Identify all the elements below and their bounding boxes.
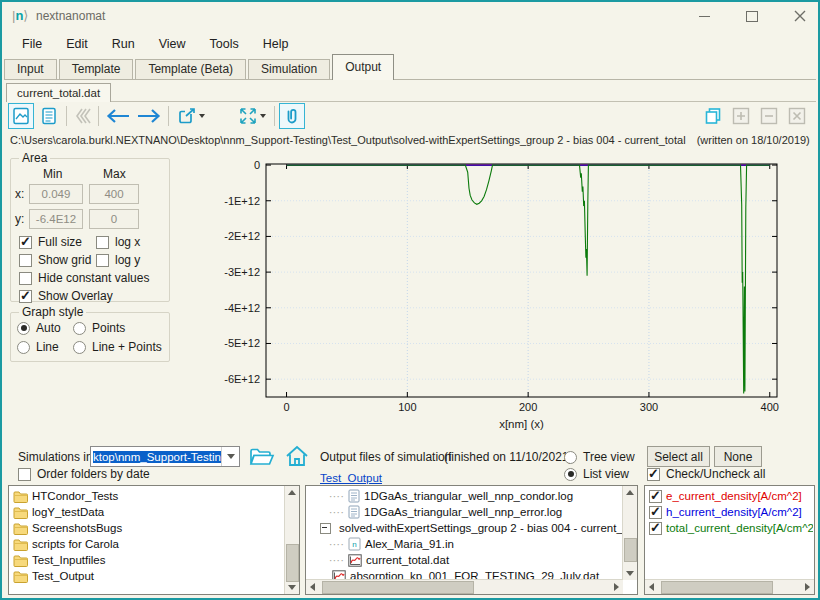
folder-row[interactable]: ScreenshotsBugs (9, 520, 284, 536)
folder-row[interactable]: Test_Inputfiles (9, 552, 284, 568)
tree-row[interactable]: ····1DGaAs_triangular_well_nnp_condor.lo… (306, 488, 622, 504)
scroll-up-arrow[interactable] (288, 490, 296, 495)
overlay-layers-button[interactable] (70, 103, 96, 129)
check-all-label: Check/Uncheck all (666, 467, 765, 481)
folder-name: Test_Inputfiles (32, 554, 106, 566)
show-overlay-checkbox[interactable]: Show Overlay (19, 289, 113, 303)
fit-to-window-button[interactable] (234, 103, 270, 129)
show-grid-checkbox[interactable]: Show grid (19, 253, 91, 267)
folder-row[interactable]: logY_testData (9, 504, 284, 520)
log-y-checkbox[interactable]: log y (96, 253, 140, 267)
select-all-button[interactable]: Select all (647, 446, 710, 467)
folder-icon (13, 570, 28, 583)
max-header: Max (103, 167, 126, 181)
tree-row[interactable]: ····nAlex_Maria_91.in (306, 536, 622, 552)
folder-row[interactable]: scripts for Carola (9, 536, 284, 552)
tree-row[interactable]: ····1DGaAs_triangular_well_nnp_error.log (306, 504, 622, 520)
combobox-dropdown-arrow[interactable] (221, 447, 239, 466)
series-row[interactable]: h_current_density[A/cm^2] (645, 504, 813, 520)
menu-view[interactable]: View (147, 34, 198, 54)
menu-tools[interactable]: Tools (198, 34, 251, 54)
graph-style-line-radio[interactable]: Line (17, 340, 59, 354)
series-row[interactable]: e_current_density[A/cm^2] (645, 488, 813, 504)
x-max-input[interactable]: 400 (89, 184, 139, 204)
series-horizontal-scrollbar[interactable] (645, 579, 814, 594)
folder-row[interactable]: HTCondor_Tests (9, 488, 284, 504)
none-button[interactable]: None (714, 446, 762, 467)
plot-canvas[interactable]: 01002003004000-1E+12-2E+12-3E+12-4E+12-5… (172, 148, 820, 442)
text-view-button[interactable] (36, 103, 62, 129)
series-scroll-left-arrow[interactable] (649, 583, 654, 591)
menu-help[interactable]: Help (251, 34, 301, 54)
tree-scroll-thumb[interactable] (624, 538, 637, 562)
x-axis-label: x: (15, 187, 24, 201)
list-view-radio[interactable]: List view (564, 467, 629, 481)
tree-view-radio[interactable]: Tree view (564, 450, 635, 464)
copy-plot-button[interactable] (700, 103, 726, 129)
folder-icon (13, 522, 28, 535)
tree-row[interactable]: ····current_total.dat (306, 552, 622, 568)
collapse-expander-icon[interactable] (320, 523, 331, 534)
svg-text:400: 400 (761, 401, 779, 413)
series-hscroll-thumb[interactable] (661, 581, 773, 594)
minus-icon (760, 107, 778, 125)
window-title: nextnanomat (36, 9, 105, 23)
folder-row[interactable]: Test_Output (9, 568, 284, 584)
full-size-checkbox[interactable]: Full size (19, 235, 82, 249)
close-button[interactable] (786, 6, 814, 26)
y-min-input[interactable]: -6.4E12 (29, 209, 83, 229)
tree-scroll-down-arrow[interactable] (626, 571, 634, 576)
tree-vertical-scrollbar[interactable] (622, 486, 637, 580)
simulation-folder-combobox[interactable]: ktop\nnm_Support-Testing (90, 446, 240, 467)
forward-button[interactable] (134, 103, 164, 129)
output-folder-link[interactable]: Test_Output (320, 468, 382, 486)
graph-style-groupbox: Graph style Auto Points Line Line + Poin… (10, 312, 170, 362)
tree-scroll-up-arrow[interactable] (626, 490, 634, 495)
series-checkbox-box[interactable] (649, 522, 662, 535)
graph-style-auto-radio[interactable]: Auto (17, 321, 61, 335)
finished-date-label: (finished on 11/10/2021) (444, 446, 573, 468)
remove-tab-button[interactable] (756, 103, 782, 129)
maximize-button[interactable] (738, 6, 766, 26)
menu-edit[interactable]: Edit (54, 34, 100, 54)
series-row[interactable]: total_current_density[A/cm^2] (645, 520, 813, 536)
tree-hscroll-thumb[interactable] (322, 581, 474, 594)
graph-style-points-radio[interactable]: Points (73, 321, 125, 335)
series-scroll-right-arrow[interactable] (805, 583, 810, 591)
export-button[interactable] (173, 103, 209, 129)
y-max-input[interactable]: 0 (89, 209, 139, 229)
tab-template-beta[interactable]: Template (Beta) (135, 59, 246, 80)
tree-horizontal-scrollbar[interactable] (306, 579, 623, 594)
tree-row[interactable]: solved-withExpertSettings_group 2 - bias… (306, 520, 622, 536)
series-checkbox-box[interactable] (649, 490, 662, 503)
menu-run[interactable]: Run (100, 34, 147, 54)
tree-scroll-left-arrow[interactable] (310, 583, 315, 591)
graph-style-line-points-radio[interactable]: Line + Points (73, 340, 162, 354)
tab-template[interactable]: Template (59, 59, 134, 80)
x-min-input[interactable]: 0.049 (29, 184, 83, 204)
scroll-down-arrow[interactable] (288, 585, 296, 590)
menu-file[interactable]: File (10, 34, 54, 54)
minimize-button[interactable] (690, 6, 718, 26)
add-tab-button[interactable] (728, 103, 754, 129)
tree-scroll-right-arrow[interactable] (614, 583, 619, 591)
folders-scroll-thumb[interactable] (286, 544, 299, 582)
tab-simulation[interactable]: Simulation (248, 59, 330, 80)
check-uncheck-all-checkbox[interactable]: Check/Uncheck all (647, 467, 765, 481)
tab-input[interactable]: Input (4, 59, 57, 80)
close-all-tabs-button[interactable] (784, 103, 810, 129)
folder-icon (13, 538, 28, 551)
plot-view-button[interactable] (8, 103, 34, 129)
attach-overlay-button[interactable] (279, 103, 305, 129)
log-x-checkbox[interactable]: log x (96, 235, 140, 249)
order-folders-checkbox[interactable]: Order folders by date (18, 467, 150, 481)
tab-current-total-dat[interactable]: current_total.dat (6, 83, 111, 102)
folders-vertical-scrollbar[interactable] (284, 486, 299, 594)
browse-folder-button[interactable] (249, 445, 275, 471)
hide-constant-values-checkbox[interactable]: Hide constant values (19, 271, 149, 285)
output-files-label: Output files of simulation (320, 446, 451, 468)
tab-output[interactable]: Output (332, 54, 394, 80)
home-folder-button[interactable] (285, 445, 309, 471)
series-checkbox-box[interactable] (649, 506, 662, 519)
back-button[interactable] (103, 103, 133, 129)
